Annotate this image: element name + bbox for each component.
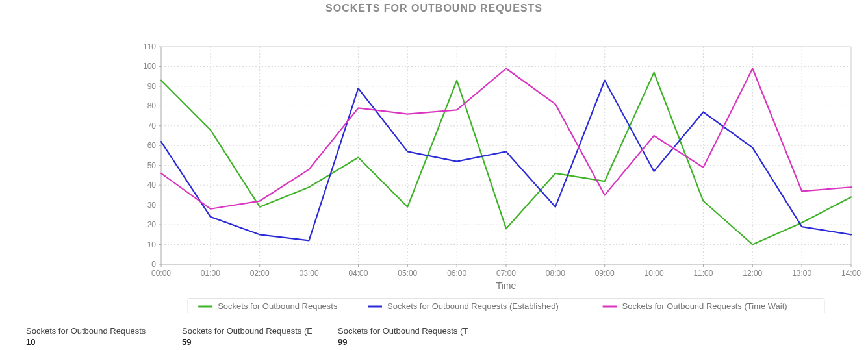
y-tick: 0 xyxy=(151,260,156,269)
y-tick: 20 xyxy=(147,220,157,229)
x-tick: 10:00 xyxy=(645,269,664,278)
series-line xyxy=(161,73,851,245)
stat-label: Sockets for Outbound Requests xyxy=(26,326,156,336)
y-tick: 30 xyxy=(147,201,157,210)
y-tick: 70 xyxy=(147,121,157,131)
stat-value: 59 xyxy=(182,337,312,347)
x-tick: 00:00 xyxy=(151,269,171,278)
stat-label: Sockets for Outbound Requests (Time xyxy=(338,326,468,336)
x-tick: 11:00 xyxy=(693,269,713,278)
x-tick: 09:00 xyxy=(595,269,615,278)
legend-label[interactable]: Sockets for Outbound Requests xyxy=(218,301,338,311)
line-chart-svg: 010203040506070809010011000:0001:0002:00… xyxy=(0,14,868,313)
x-tick: 02:00 xyxy=(250,269,270,278)
y-tick: 100 xyxy=(143,62,156,71)
y-tick: 60 xyxy=(147,141,157,150)
y-tick: 80 xyxy=(147,101,157,110)
legend-label[interactable]: Sockets for Outbound Requests (Establish… xyxy=(387,301,559,311)
x-tick: 12:00 xyxy=(743,269,762,278)
y-tick: 40 xyxy=(147,181,157,190)
x-tick: 05:00 xyxy=(398,269,417,278)
stat-value: 99 xyxy=(338,337,468,347)
y-tick: 90 xyxy=(147,82,157,91)
y-tick: 50 xyxy=(147,161,157,170)
x-tick: 13:00 xyxy=(792,269,811,278)
stat-card: Sockets for Outbound Requests 10 xyxy=(26,326,156,347)
x-tick: 07:00 xyxy=(496,269,516,278)
chart-title: SOCKETS FOR OUTBOUND REQUESTS xyxy=(0,3,868,14)
x-tick: 14:00 xyxy=(841,269,861,278)
x-tick: 01:00 xyxy=(201,269,220,278)
stat-card: Sockets for Outbound Requests (Esta 59 xyxy=(182,326,312,347)
x-tick: 06:00 xyxy=(447,269,466,278)
y-tick: 10 xyxy=(147,240,157,249)
stats-row: Sockets for Outbound Requests 10 Sockets… xyxy=(0,313,868,347)
x-axis-label: Time xyxy=(496,281,517,291)
stat-value: 10 xyxy=(26,337,156,347)
stat-label: Sockets for Outbound Requests (Esta xyxy=(182,326,312,336)
x-tick: 03:00 xyxy=(300,269,319,278)
x-tick: 08:00 xyxy=(546,269,565,278)
legend-label[interactable]: Sockets for Outbound Requests (Time Wait… xyxy=(622,301,787,311)
chart-area: 010203040506070809010011000:0001:0002:00… xyxy=(0,14,868,313)
x-tick: 04:00 xyxy=(348,269,368,278)
stat-card: Sockets for Outbound Requests (Time 99 xyxy=(338,326,468,347)
y-tick: 110 xyxy=(143,42,156,51)
